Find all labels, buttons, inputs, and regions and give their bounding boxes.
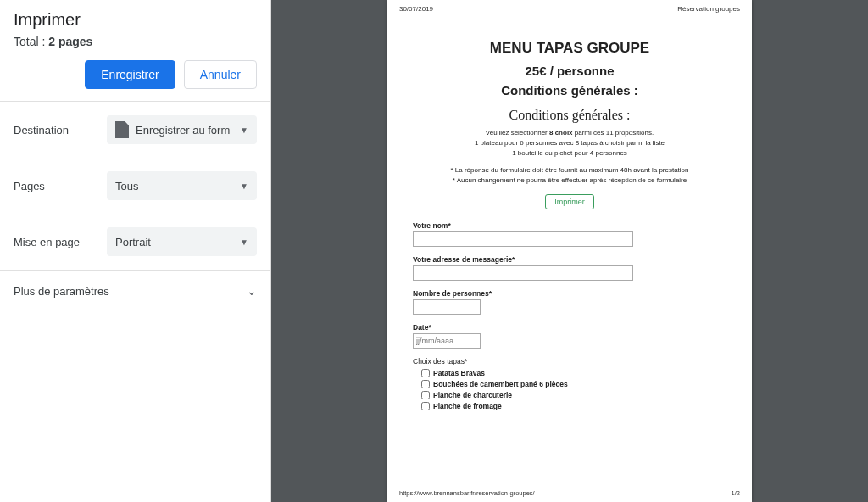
print-settings-panel: Imprimer Total : 2 pages Enregistrer Ann… (0, 0, 271, 502)
destination-select[interactable]: Enregistrer au form ▼ (107, 115, 257, 144)
tapas-label: Planche de charcuterie (433, 391, 512, 399)
input-email[interactable] (413, 265, 633, 281)
field-name: Votre nom* (413, 221, 726, 247)
tapas-label: Bouchées de camembert pané 6 pièces (433, 380, 568, 388)
destination-value: Enregistrer au form (136, 124, 230, 137)
pages-value: Tous (115, 180, 138, 192)
label-name: Votre nom* (413, 221, 726, 230)
input-name[interactable] (413, 231, 633, 247)
document-body: MENU TAPAS GROUPE 25€ / personne Conditi… (387, 14, 752, 413)
layout-value: Portrait (115, 236, 151, 248)
footer-url: https://www.brennansbar.fr/reservation-g… (399, 489, 535, 497)
pdf-page-icon (115, 121, 129, 138)
tapas-checkbox[interactable] (421, 402, 430, 410)
pages-row: Pages Tous ▼ (0, 158, 270, 214)
tapas-option: Planche de charcuterie (413, 391, 726, 399)
intro-bold: 8 choix (549, 129, 573, 137)
footer-page: 1/2 (732, 489, 740, 497)
chevron-down-icon: ⌄ (247, 284, 257, 298)
field-persons: Nombre de personnes* (413, 289, 726, 315)
doc-intro: Veuillez sélectionner 8 choix parmi ces … (413, 128, 726, 159)
sheet-header-title: Réservation groupes (677, 5, 740, 13)
preview-area[interactable]: 30/07/2019 Réservation groupes MENU TAPA… (271, 0, 868, 502)
doc-title: MENU TAPAS GROUPE (413, 40, 726, 57)
pages-label: Pages (14, 180, 107, 192)
total-prefix: Total : (14, 35, 48, 48)
intro-line: 1 plateau pour 6 personnes avec 8 tapas … (413, 138, 726, 148)
tapas-checkbox[interactable] (421, 369, 430, 377)
tapas-label: Patatas Bravas (433, 369, 485, 377)
chevron-down-icon: ▼ (240, 181, 248, 191)
label-tapas: Choix des tapas* (413, 357, 726, 365)
sheet-header: 30/07/2019 Réservation groupes (387, 0, 752, 14)
tapas-option: Bouchées de camembert pané 6 pièces (413, 380, 726, 388)
doc-subtitle: Conditions générales : (413, 83, 726, 98)
more-settings-toggle[interactable]: Plus de paramètres ⌄ (0, 271, 270, 311)
layout-select[interactable]: Portrait ▼ (107, 227, 257, 256)
label-email: Votre adresse de messagerie* (413, 255, 726, 264)
note-line: * Aucun changement ne pourra être effect… (413, 176, 726, 186)
field-date: Date* (413, 323, 726, 349)
page-preview: 30/07/2019 Réservation groupes MENU TAPA… (387, 0, 752, 502)
cancel-button[interactable]: Annuler (184, 60, 257, 89)
button-row: Enregistrer Annuler (0, 60, 270, 101)
intro-text: Veuillez sélectionner (486, 129, 549, 137)
panel-total: Total : 2 pages (0, 35, 270, 60)
label-date: Date* (413, 323, 726, 332)
tapas-checkbox[interactable] (421, 391, 430, 399)
tapas-option: Planche de fromage (413, 402, 726, 410)
intro-line: 1 bouteille ou pichet pour 4 personnes (413, 148, 726, 159)
pages-select[interactable]: Tous ▼ (107, 171, 257, 200)
intro-text: parmi ces 11 propositions. (573, 129, 654, 137)
save-button[interactable]: Enregistrer (85, 60, 175, 89)
more-label: Plus de paramètres (14, 285, 109, 298)
chevron-down-icon: ▼ (240, 126, 248, 135)
layout-row: Mise en page Portrait ▼ (0, 214, 270, 270)
layout-label: Mise en page (14, 236, 107, 248)
input-date[interactable] (413, 333, 481, 349)
sheet-footer: https://www.brennansbar.fr/reservation-g… (387, 486, 752, 502)
chevron-down-icon: ▼ (240, 237, 248, 247)
doc-notes: * La réponse du formulaire doit être fou… (413, 165, 726, 186)
tapas-option: Patatas Bravas (413, 369, 726, 377)
destination-label: Destination (14, 124, 107, 137)
input-persons[interactable] (413, 299, 481, 315)
doc-print-button[interactable]: Imprimer (545, 194, 594, 209)
doc-price: 25€ / personne (413, 64, 726, 78)
total-value: 2 pages (48, 35, 92, 48)
tapas-label: Planche de fromage (433, 402, 502, 410)
destination-row: Destination Enregistrer au form ▼ (0, 102, 270, 158)
tapas-list: Patatas BravasBouchées de camembert pané… (413, 369, 726, 410)
label-persons: Nombre de personnes* (413, 289, 726, 298)
doc-section-heading: Conditions générales : (413, 108, 726, 123)
tapas-checkbox[interactable] (421, 380, 430, 388)
sheet-date: 30/07/2019 (399, 5, 433, 13)
panel-title: Imprimer (0, 0, 270, 35)
note-line: * La réponse du formulaire doit être fou… (413, 165, 726, 176)
field-email: Votre adresse de messagerie* (413, 255, 726, 281)
